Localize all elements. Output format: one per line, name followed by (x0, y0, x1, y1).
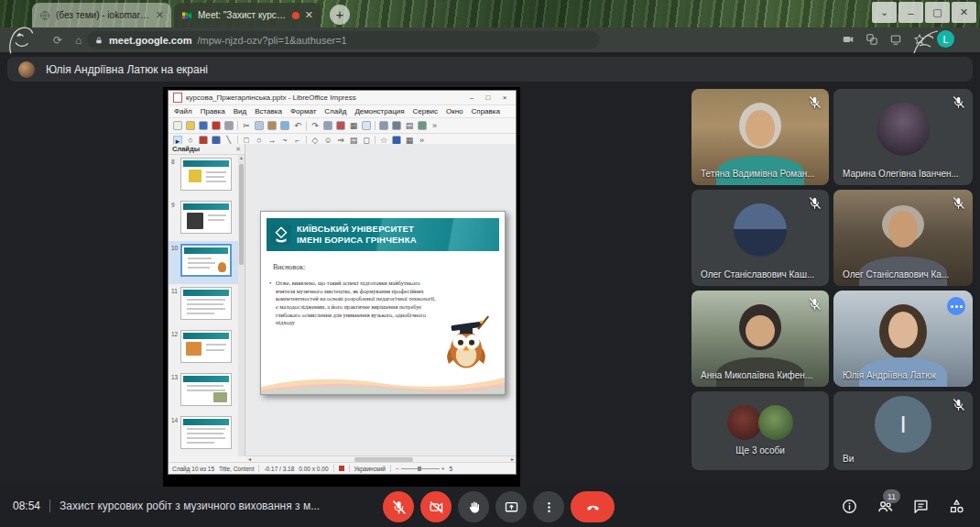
profile-avatar[interactable]: L (937, 30, 954, 48)
export-pdf-icon[interactable] (212, 121, 221, 130)
tile-options-button[interactable] (947, 297, 965, 315)
impress-window: курсова_Пржегарлінська.pptx - LibreOffic… (168, 90, 517, 475)
participant-name: Олег Станіславович Каш... (701, 269, 814, 280)
close-panel-icon[interactable]: ✕ (235, 146, 241, 153)
reload-icon[interactable]: ⟳ (53, 34, 62, 47)
impress-maximize-button[interactable]: □ (482, 93, 495, 102)
minimize-button[interactable]: – (898, 2, 923, 23)
slide-thumbnail[interactable]: 8 (169, 155, 238, 198)
menu-item[interactable]: Правка (201, 107, 225, 115)
close-tab-icon[interactable]: ✕ (156, 10, 164, 20)
menu-item[interactable]: Вставка (255, 107, 282, 115)
raise-hand-button[interactable] (458, 491, 489, 522)
mic-off-icon (808, 297, 822, 311)
meeting-details-button[interactable] (841, 498, 858, 515)
print-icon[interactable] (224, 121, 234, 130)
menu-item[interactable]: Слайд (324, 107, 346, 115)
globe-icon (39, 10, 50, 21)
window-controls: ⌄ – ▢ ✕ (872, 2, 976, 23)
menu-item[interactable]: Вид (234, 107, 246, 115)
participants-button[interactable]: 11 (877, 498, 894, 515)
slide-thumbnail[interactable]: 13 (169, 370, 238, 413)
table-icon[interactable]: ▤ (405, 121, 414, 130)
impress-close-button[interactable]: × (498, 93, 511, 102)
university-logo-icon (271, 225, 291, 245)
participant-tile[interactable]: IВи (833, 391, 973, 470)
display-grid-icon[interactable]: ▦ (349, 121, 358, 130)
participant-tile[interactable]: Юлія Андріївна Латюк (833, 291, 973, 387)
chat-button[interactable] (912, 498, 930, 515)
browser-tab-mail[interactable]: (без теми) - iokomarova.uk18@ ✕ (32, 3, 171, 27)
share-icon[interactable] (889, 33, 902, 46)
image-icon[interactable] (418, 121, 427, 130)
camera-off-button[interactable] (420, 491, 452, 522)
bookmark-star-icon[interactable] (913, 33, 926, 46)
presenting-banner-text: Юлія Андріївна Латюк на екрані (46, 63, 208, 76)
new-document-icon[interactable] (173, 121, 182, 130)
translate-icon[interactable] (866, 33, 878, 46)
display-views-icon[interactable] (362, 121, 371, 130)
slide-thumbnail[interactable]: 11 (169, 284, 238, 327)
save-icon[interactable] (199, 121, 208, 130)
participant-tile[interactable]: Олег Станіславович Каш... (691, 190, 829, 286)
microphone-muted-button[interactable] (383, 491, 414, 522)
undo-icon[interactable]: ↶ (293, 121, 302, 130)
meet-bottom-bar: 08:54 Захист курсових робіт з музичного … (0, 487, 980, 527)
browser-tab-meet[interactable]: Meet: "Захист курсових роб ✕ (174, 3, 321, 27)
mic-off-icon (952, 196, 965, 210)
presenter-avatar (18, 61, 35, 78)
slide-header-band: КИЇВСЬКИЙ УНІВЕРСИТЕТ ІМЕНІ БОРИСА ГРІНЧ… (267, 218, 499, 251)
menu-item[interactable]: Формат (290, 107, 316, 115)
activities-button[interactable] (948, 498, 965, 515)
spelling-icon[interactable] (336, 121, 345, 130)
slide-thumbnail[interactable]: 10 (169, 241, 238, 284)
maximize-button[interactable]: ▢ (925, 2, 950, 23)
participant-tile[interactable]: Олег Станіславович Ка... (833, 190, 973, 286)
slide-thumbnail[interactable]: 12 (169, 327, 238, 370)
impress-standard-toolbar: ✂↶↷▦▤» (169, 118, 516, 134)
slide-number: 11 (171, 288, 178, 294)
paste-icon[interactable] (267, 121, 277, 130)
status-language[interactable]: Украинский (354, 466, 387, 472)
present-screen-button[interactable] (495, 491, 527, 522)
browser-menu-chevron-icon[interactable]: ⌄ (872, 2, 897, 23)
close-button[interactable]: ✕ (952, 2, 976, 23)
copy-icon[interactable] (255, 121, 264, 130)
master-slide-icon[interactable] (379, 121, 388, 130)
end-call-button[interactable] (571, 491, 615, 522)
open-icon[interactable] (186, 121, 195, 130)
menu-item[interactable]: Демонстрация (354, 107, 404, 115)
participant-tile[interactable]: Марина Олегівна Іванчен... (833, 89, 973, 185)
slide-canvas[interactable]: КИЇВСЬКИЙ УНІВЕРСИТЕТ ІМЕНІ БОРИСА ГРІНЧ… (245, 144, 516, 456)
participant-tile[interactable]: Тетяна Вадимівна Роман... (691, 89, 829, 185)
menu-item[interactable]: Окно (446, 107, 463, 115)
slide-title-line2: ІМЕНІ БОРИСА ГРІНЧЕНКА (297, 235, 417, 246)
new-tab-button[interactable]: + (330, 5, 350, 25)
cut-icon[interactable]: ✂ (242, 121, 251, 130)
address-bar[interactable]: meet.google.com/mpw-njzd-ozv?pli=1&authu… (87, 31, 600, 49)
participant-name: Юлія Андріївна Латюк (843, 370, 936, 380)
media-control-icon[interactable] (842, 33, 855, 46)
current-slide[interactable]: КИЇВСЬКИЙ УНІВЕРСИТЕТ ІМЕНІ БОРИСА ГРІНЧ… (260, 211, 506, 395)
slides-scrollbar[interactable]: ▲ (238, 155, 245, 456)
scroll-up-icon[interactable]: ▲ (238, 155, 245, 161)
toolbar-overflow-icon[interactable]: » (432, 121, 437, 130)
find-replace-icon[interactable] (323, 121, 332, 130)
redo-icon[interactable]: ↷ (310, 121, 320, 130)
zoom-slider[interactable]: −+ (396, 466, 445, 472)
home-icon[interactable]: ⌂ (75, 34, 82, 47)
participant-tile[interactable]: Анна Миколаївна Кифен... (691, 291, 829, 387)
participant-tile[interactable]: Ще 3 особи (691, 391, 829, 470)
impress-titlebar[interactable]: курсова_Пржегарлінська.pptx - LibreOffic… (169, 91, 516, 105)
close-tab-icon[interactable]: ✕ (305, 10, 313, 20)
impress-minimize-button[interactable]: – (465, 93, 478, 102)
participant-avatar (734, 203, 787, 257)
more-options-button[interactable] (533, 491, 564, 522)
slide-thumbnail[interactable]: 14 (169, 413, 238, 456)
menu-item[interactable]: Справка (472, 107, 500, 115)
start-presentation-icon[interactable] (392, 121, 401, 130)
menu-item[interactable]: Сервис (413, 107, 438, 115)
menu-item[interactable]: Файл (174, 107, 192, 115)
clone-formatting-icon[interactable] (280, 121, 289, 130)
slide-thumbnail[interactable]: 9 (169, 198, 238, 241)
